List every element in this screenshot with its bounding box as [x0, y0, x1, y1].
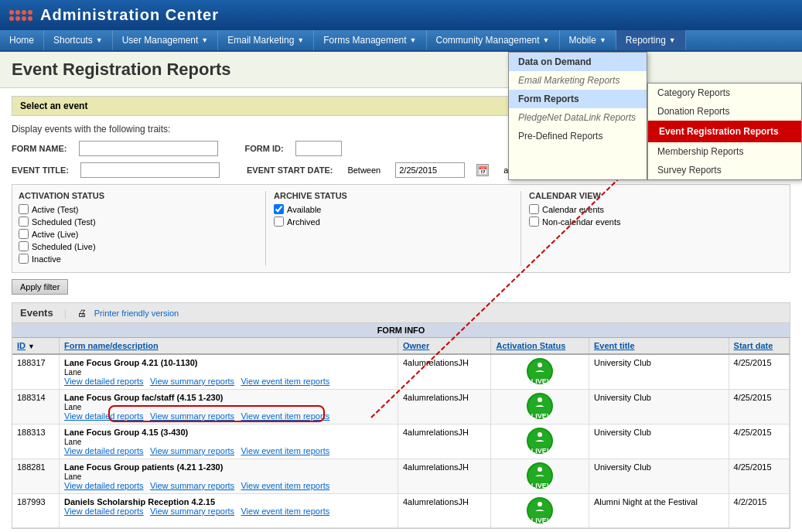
user-mgmt-arrow: ▼ [201, 36, 208, 44]
active-live-label: Active (Live) [32, 230, 79, 239]
nav-shortcuts[interactable]: Shortcuts ▼ [44, 30, 113, 50]
col-start-date: Start date [729, 338, 789, 354]
reporting-dropdown-secondary: Category Reports Donation Reports Event … [647, 83, 802, 180]
table-row: 187993Daniels Scholarship Reception 4.2.… [12, 494, 790, 528]
form-id-label: FORM ID: [245, 144, 284, 153]
view-event-item-link[interactable]: View event item reports [241, 377, 329, 386]
view-detailed-link[interactable]: View detailed reports [64, 411, 144, 421]
view-summary-link[interactable]: View summary reports [150, 506, 234, 516]
nav-home[interactable]: Home [0, 30, 44, 50]
form-info-header: FORM INFO [12, 323, 790, 338]
person-icon [534, 397, 545, 408]
scheduled-live-item: Scheduled (Live) [19, 241, 258, 251]
form-name-input[interactable] [79, 141, 218, 156]
row-event-title-4: Alumni Night at the Festival [589, 494, 729, 528]
dropdown-pledgenet-reports[interactable]: PledgeNet DataLink Reports [509, 108, 647, 127]
active-test-label: Active (Test) [32, 205, 79, 214]
active-test-checkbox[interactable] [19, 204, 29, 214]
col-event-title-link[interactable]: Event title [594, 341, 635, 350]
archived-item: Archived [274, 217, 513, 227]
printer-friendly-link[interactable]: Printer friendly version [94, 309, 179, 318]
checkboxes-section: ACTIVATION STATUS Active (Test) Schedule… [12, 184, 790, 273]
view-detailed-link[interactable]: View detailed reports [64, 377, 144, 386]
view-event-item-link[interactable]: View event item reports [241, 411, 329, 421]
view-summary-link[interactable]: View summary reports [150, 481, 234, 490]
row-owner-4: 4alumrelationsJH [398, 494, 491, 528]
row-activation-3: LIVE! [491, 459, 589, 494]
dropdown-donation-reports[interactable]: Donation Reports [648, 102, 801, 121]
nav-email-marketing[interactable]: Email Marketing ▼ [218, 30, 314, 50]
available-item: Available [274, 204, 513, 214]
start-date-input[interactable] [395, 162, 465, 178]
nav-forms-management[interactable]: Forms Management ▼ [314, 30, 426, 50]
view-event-item-link[interactable]: View event item reports [241, 506, 329, 516]
nav-reporting[interactable]: Reporting ▼ [616, 30, 686, 50]
form-id-input[interactable] [295, 141, 342, 156]
header-title: Administration Center [40, 6, 219, 24]
view-event-item-link[interactable]: View event item reports [241, 446, 329, 455]
row-start-date-4: 4/2/2015 [729, 494, 789, 528]
live-badge: LIVE! [527, 393, 553, 419]
col-form-name-link[interactable]: Form name/description [64, 341, 159, 350]
row-activation-4: LIVE! [491, 494, 589, 528]
non-calendar-events-item: Non-calendar events [529, 217, 768, 227]
svg-point-3 [538, 467, 542, 472]
events-table: ID ▼ Form name/description Owner Activat… [12, 338, 790, 528]
col-id-link[interactable]: ID [17, 341, 26, 350]
sort-icon-id[interactable]: ▼ [28, 343, 35, 350]
available-checkbox[interactable] [274, 204, 284, 214]
dropdown-survey-reports[interactable]: Survey Reports [648, 161, 801, 179]
col-form-name: Form name/description [60, 338, 398, 354]
view-summary-link[interactable]: View summary reports [150, 411, 234, 421]
view-detailed-link[interactable]: View detailed reports [64, 481, 144, 490]
row-owner-2: 4alumrelationsJH [398, 425, 491, 459]
svg-point-4 [538, 502, 542, 506]
person-icon [534, 431, 545, 442]
logo-area: Administration Center [9, 6, 219, 24]
view-detailed-link[interactable]: View detailed reports [64, 506, 144, 516]
event-title-input[interactable] [80, 162, 220, 178]
non-calendar-events-checkbox[interactable] [529, 217, 539, 227]
col-activation-link[interactable]: Activation Status [496, 341, 565, 350]
row-event-title-1: University Club [589, 390, 729, 425]
calendar-events-checkbox[interactable] [529, 204, 539, 214]
table-row: 188317Lane Focus Group 4.21 (10-1130)Lan… [12, 354, 790, 390]
row-event-title-0: University Club [589, 354, 729, 390]
dropdown-email-marketing-reports[interactable]: Email Marketing Reports [509, 71, 647, 90]
inactive-item: Inactive [19, 254, 258, 264]
view-summary-link[interactable]: View summary reports [150, 446, 234, 455]
view-event-item-link[interactable]: View event item reports [241, 481, 329, 490]
active-live-checkbox[interactable] [19, 229, 29, 239]
archived-checkbox[interactable] [274, 217, 284, 227]
scheduled-test-checkbox[interactable] [19, 217, 29, 227]
nav-community-management[interactable]: Community Management ▼ [427, 30, 560, 50]
start-date-calendar-icon[interactable]: 📅 [476, 164, 489, 176]
live-badge: LIVE! [527, 497, 553, 523]
view-detailed-link[interactable]: View detailed reports [64, 446, 144, 455]
event-title-label: EVENT TITLE: [12, 165, 69, 175]
inactive-checkbox[interactable] [19, 254, 29, 264]
view-summary-link[interactable]: View summary reports [150, 377, 234, 386]
shortcuts-arrow: ▼ [96, 36, 103, 44]
row-owner-0: 4alumrelationsJH [398, 354, 491, 390]
dropdown-category-reports[interactable]: Category Reports [648, 84, 801, 102]
forms-arrow: ▼ [410, 36, 417, 44]
between-label: Between [347, 165, 381, 175]
nav-user-management[interactable]: User Management ▼ [113, 30, 219, 50]
dropdown-membership-reports[interactable]: Membership Reports [648, 142, 801, 161]
nav-mobile[interactable]: Mobile ▼ [560, 30, 616, 50]
row-owner-3: 4alumrelationsJH [398, 459, 491, 494]
col-owner-link[interactable]: Owner [403, 341, 429, 350]
dropdown-predefined-reports[interactable]: Pre-Defined Reports [509, 127, 647, 145]
svg-point-1 [538, 397, 542, 402]
scheduled-live-checkbox[interactable] [19, 241, 29, 251]
dropdown-event-registration-reports[interactable]: Event Registration Reports [648, 121, 801, 142]
row-id-4: 187993 [12, 494, 60, 528]
dropdown-form-reports[interactable]: Form Reports [509, 90, 647, 108]
form-name-label: FORM NAME: [12, 144, 67, 153]
apply-filter-button[interactable]: Apply filter [12, 279, 68, 295]
scheduled-test-label: Scheduled (Test) [32, 217, 96, 227]
col-start-date-link[interactable]: Start date [734, 341, 773, 350]
archive-status-group: ARCHIVE STATUS Available Archived [274, 191, 521, 266]
dropdown-data-on-demand[interactable]: Data on Demand [509, 53, 647, 71]
